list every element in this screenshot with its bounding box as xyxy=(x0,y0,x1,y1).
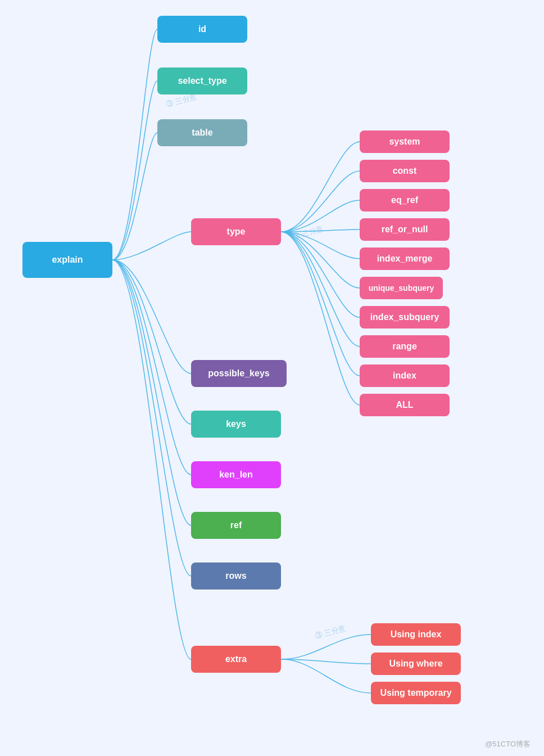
rows-node: rows xyxy=(191,562,281,590)
using-where-node: Using where xyxy=(371,652,461,675)
table-node: table xyxy=(157,119,247,146)
using-index-node: Using index xyxy=(371,623,461,646)
ref-node: ref xyxy=(191,512,281,539)
watermark-2: ③ 三分意 xyxy=(292,224,324,242)
all-node: ALL xyxy=(360,394,450,416)
index-merge-node: index_merge xyxy=(360,248,450,270)
const-node: const xyxy=(360,160,450,182)
keys-node: keys xyxy=(191,411,281,438)
eq-ref-node: eq_ref xyxy=(360,189,450,212)
explain-node: explain xyxy=(22,242,112,278)
footer-text: @51CTO博客 xyxy=(485,739,531,749)
index-subquery-node: index_subquery xyxy=(360,306,450,328)
watermark-3: ③ 三分意 xyxy=(314,623,347,641)
ken-len-node: ken_len xyxy=(191,461,281,488)
extra-node: extra xyxy=(191,646,281,673)
type-node: type xyxy=(191,218,281,245)
range-node: range xyxy=(360,335,450,358)
select-type-node: select_type xyxy=(157,68,247,94)
diagram-container: explain id select_type table type possib… xyxy=(0,0,544,756)
system-node: system xyxy=(360,130,450,153)
ref-or-null-node: ref_or_null xyxy=(360,218,450,241)
unique-subquery-node: unique_subquery xyxy=(360,277,443,299)
id-node: id xyxy=(157,16,247,43)
index-node: index xyxy=(360,364,450,387)
possible-keys-node: possible_keys xyxy=(191,360,287,387)
using-temporary-node: Using temporary xyxy=(371,682,461,704)
